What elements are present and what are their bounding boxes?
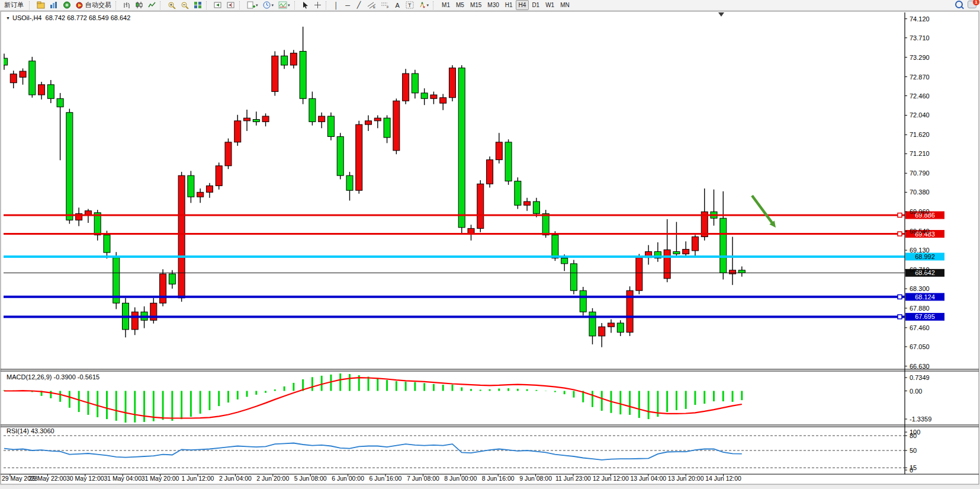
candle-body	[589, 312, 596, 336]
candle-body	[692, 236, 698, 250]
notifications-icon[interactable]: 1	[968, 1, 976, 8]
svg-text:F: F	[387, 5, 389, 9]
time-axis-label: 14 Jun 12:00	[705, 475, 741, 482]
price-axis-label: 70.790	[910, 170, 930, 177]
price-axis-label: 67.880	[910, 305, 930, 312]
price-axis-label: 71.210	[910, 150, 930, 157]
level-handle[interactable]	[898, 213, 902, 217]
vertical-line-icon[interactable]: │	[332, 1, 342, 10]
price-axis-label: 67.460	[910, 324, 930, 331]
cursor-icon[interactable]	[300, 1, 311, 10]
candle-body	[505, 142, 512, 181]
level-handle[interactable]	[898, 315, 902, 319]
chart-menu-arrow-icon[interactable]: ▼	[6, 16, 10, 20]
search-icon[interactable]	[955, 1, 963, 8]
timeframe-button-mn[interactable]: MN	[557, 0, 573, 10]
candle-body	[309, 98, 316, 122]
candle-body	[477, 184, 484, 228]
toolbar: 新订单 自动交易 ▾ ▾ ▾	[0, 0, 980, 11]
candle-body	[104, 235, 110, 253]
text-label-icon[interactable]: T	[404, 1, 416, 10]
candle-body	[319, 116, 325, 122]
timeframe-button-m5[interactable]: M5	[453, 0, 467, 10]
candle-body	[160, 274, 166, 303]
price-level-value: 67.695	[915, 313, 935, 320]
bar-chart-icon[interactable]	[121, 1, 133, 10]
separator	[115, 1, 119, 9]
price-axis-label: 69.130	[910, 247, 930, 254]
candle-body	[561, 258, 568, 263]
candle-body	[272, 56, 278, 91]
timeframe-button-w1[interactable]: W1	[542, 0, 557, 10]
level-handle[interactable]	[898, 295, 902, 299]
level-handle[interactable]	[898, 232, 902, 236]
timeframe-button-m15[interactable]: M15	[467, 0, 484, 10]
horizontal-line-icon[interactable]: ─	[343, 1, 353, 10]
chart-shift-icon[interactable]	[225, 1, 237, 10]
price-axis-label: 69.540	[910, 228, 930, 235]
charts-icon[interactable]	[35, 1, 47, 10]
timeframe-button-h1[interactable]: H1	[502, 0, 516, 10]
separator	[160, 1, 163, 9]
candlestick-icon[interactable]	[134, 1, 145, 10]
channel-icon[interactable]: E	[365, 1, 378, 10]
line-chart-icon[interactable]	[146, 1, 158, 10]
navigator-icon[interactable]	[61, 1, 73, 10]
macd-axis-label: 0.00	[910, 388, 922, 395]
zoom-out-icon[interactable]	[179, 1, 191, 10]
candle-body	[66, 113, 73, 220]
time-axis-label: 6 Jun 16:00	[369, 475, 402, 482]
text-icon[interactable]: A	[393, 1, 403, 10]
candle-body	[384, 118, 390, 138]
new-chart-icon[interactable]: ▾	[245, 1, 260, 10]
chart-window	[1, 11, 979, 484]
time-axis-label: 5 Jun 08:00	[294, 475, 327, 482]
market-watch-icon[interactable]	[48, 1, 60, 10]
time-axis-label: 8 Jun 00:00	[444, 475, 477, 482]
candle-body	[234, 121, 241, 142]
time-axis-label: 13 Jun 20:00	[668, 475, 704, 482]
candle-body	[188, 175, 194, 197]
tile-windows-icon[interactable]	[192, 1, 204, 10]
candle-body	[216, 166, 222, 186]
candle-body	[327, 116, 334, 136]
periods-clock-icon[interactable]: ▾	[261, 1, 276, 10]
fibonacci-icon[interactable]: F	[379, 1, 391, 10]
candle-body	[664, 250, 670, 279]
timeframe-button-m1[interactable]: M1	[439, 0, 453, 10]
rsi-axis-label: 50	[910, 447, 917, 454]
chart-canvas[interactable]: 69.88669.48368.99268.64268.12467.6950.73…	[0, 0, 980, 489]
trendline-icon[interactable]: ╱	[354, 1, 364, 10]
candle-body	[393, 101, 400, 151]
time-axis-label: 7 Jun 08:00	[407, 475, 439, 482]
arrows-icon[interactable]: ▾	[417, 1, 431, 10]
new-order-button[interactable]: 新订单	[1, 1, 27, 10]
separator	[433, 1, 436, 9]
candle-body	[533, 202, 539, 213]
separator	[326, 1, 329, 9]
candle-body	[281, 56, 288, 65]
candle-body	[599, 327, 605, 336]
timeframe-button-d1[interactable]: D1	[529, 0, 542, 10]
candle-body	[57, 98, 63, 107]
candle-body	[524, 202, 531, 205]
separator	[239, 1, 243, 9]
svg-text:T: T	[408, 2, 412, 8]
indicators-icon[interactable]: ▾	[277, 1, 292, 10]
candle-body	[673, 252, 680, 254]
candle-body	[720, 218, 727, 273]
price-axis-label: 74.120	[910, 15, 930, 23]
candle-body	[300, 51, 306, 98]
auto-scroll-icon[interactable]	[212, 1, 224, 10]
crosshair-icon[interactable]	[312, 1, 323, 10]
rsi-axis-label: 80	[910, 432, 917, 439]
price-axis-label: 72.870	[910, 73, 930, 81]
candle-body	[225, 142, 232, 166]
zoom-in-icon[interactable]	[166, 1, 178, 10]
timeframe-button-h4[interactable]: H4	[516, 0, 529, 10]
auto-trading-button[interactable]: 自动交易	[74, 1, 113, 10]
chevron-down-icon: ▾	[288, 3, 290, 8]
candle-body	[356, 124, 362, 190]
svg-text:E: E	[373, 5, 375, 9]
timeframe-button-m30[interactable]: M30	[484, 0, 502, 10]
